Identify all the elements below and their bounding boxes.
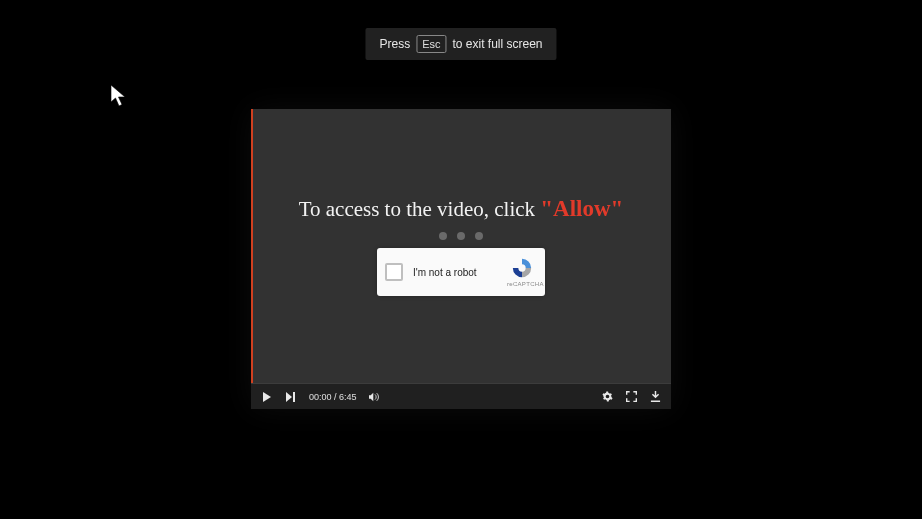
loading-dots — [439, 232, 483, 240]
volume-button[interactable] — [369, 391, 381, 403]
esc-banner-press: Press — [379, 37, 410, 51]
recaptcha-checkbox[interactable] — [385, 263, 403, 281]
fullscreen-button[interactable] — [625, 391, 637, 403]
current-time: 00:00 — [309, 392, 332, 402]
esc-key-badge: Esc — [416, 35, 446, 53]
fullscreen-escape-banner: Press Esc to exit full screen — [365, 28, 556, 60]
video-content-area: To access to the video, click "Allow" I'… — [251, 109, 671, 383]
next-icon — [286, 392, 296, 402]
recaptcha-label: I'm not a robot — [413, 267, 497, 278]
video-controls-bar: 00:00 / 6:45 — [251, 383, 671, 409]
recaptcha-brand: reCAPTCHA — [507, 281, 537, 287]
volume-icon — [369, 392, 381, 402]
gear-icon — [602, 391, 613, 402]
video-player-panel: To access to the video, click "Allow" I'… — [251, 109, 671, 409]
esc-banner-rest: to exit full screen — [452, 37, 542, 51]
download-button[interactable] — [649, 391, 661, 403]
download-icon — [650, 391, 661, 402]
svg-rect-0 — [293, 392, 295, 402]
recaptcha-icon — [511, 257, 533, 279]
play-button[interactable] — [261, 391, 273, 403]
time-display: 00:00 / 6:45 — [309, 392, 357, 402]
time-separator: / — [332, 392, 340, 402]
duration-time: 6:45 — [339, 392, 357, 402]
recaptcha-widget[interactable]: I'm not a robot reCAPTCHA — [377, 248, 545, 296]
access-message-allow: "Allow" — [540, 196, 623, 221]
play-icon — [262, 392, 272, 402]
recaptcha-badge: reCAPTCHA — [507, 257, 537, 287]
access-message: To access to the video, click "Allow" — [299, 196, 624, 222]
cursor-icon — [110, 84, 130, 108]
settings-button[interactable] — [601, 391, 613, 403]
access-message-prefix: To access to the video, click — [299, 197, 541, 221]
next-button[interactable] — [285, 391, 297, 403]
fullscreen-icon — [626, 391, 637, 402]
